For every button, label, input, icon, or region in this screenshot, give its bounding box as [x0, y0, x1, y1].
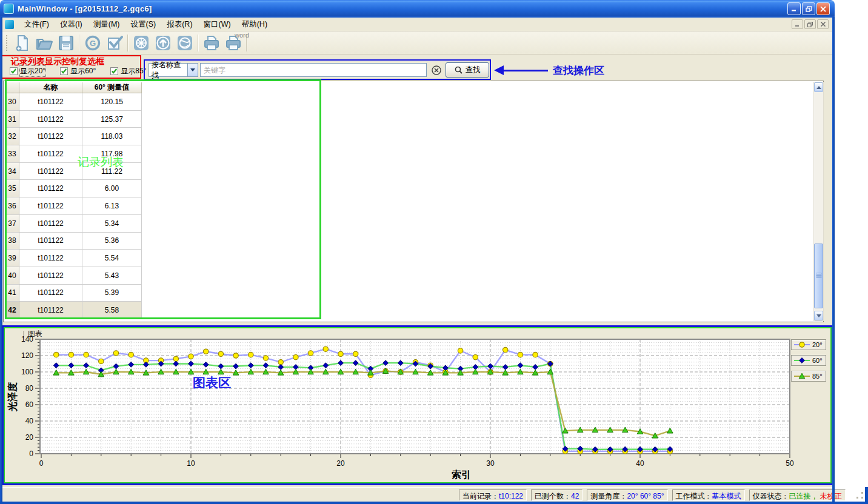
row-value: 5.39 [82, 285, 142, 302]
menu-item[interactable]: 帮助(H) [236, 18, 273, 31]
svg-text:10: 10 [187, 459, 195, 468]
row-number: 32 [5, 128, 19, 145]
row-value: 5.58 [82, 302, 142, 319]
checkbox-label: 显示20° [20, 66, 45, 76]
legend-item[interactable]: 20° [791, 339, 826, 350]
mdi-restore-button[interactable] [804, 19, 816, 29]
row-name: t101122 [19, 302, 82, 319]
svg-text:60: 60 [25, 400, 34, 409]
row-name: t101122 [19, 250, 82, 267]
menu-item[interactable]: 测量(M) [88, 18, 125, 31]
search-annotation-note: 查找操作区 [553, 64, 604, 78]
window-border-left [0, 17, 2, 502]
row-value: 120.15 [82, 93, 142, 111]
row-name: t101122 [19, 145, 82, 163]
status-fields: 当前记录：t10:122已测个数：42测量角度：20° 60° 85°工作模式：… [459, 489, 846, 501]
table-row[interactable]: 32t101122118.03 [5, 128, 142, 145]
menu-item[interactable]: 设置(S) [125, 18, 162, 31]
restore-button[interactable] [802, 2, 815, 15]
find-button[interactable]: 查找 [446, 62, 489, 78]
chart-panel: 图表 02040608010012014001020304050索引光泽度 20… [4, 327, 832, 483]
svg-text:30: 30 [486, 459, 495, 468]
table-row[interactable]: 36t1011226.13 [5, 197, 142, 215]
checkbox-icon[interactable] [60, 67, 68, 75]
table-row[interactable]: 39t1011225.54 [5, 250, 142, 267]
upload-icon[interactable] [152, 33, 174, 53]
row-number: 41 [5, 285, 19, 302]
window-border-bottom [0, 502, 868, 504]
menu-item[interactable]: 文件(F) [19, 18, 55, 31]
svg-text:80: 80 [25, 384, 34, 393]
sync-g-icon[interactable]: G [82, 33, 104, 53]
chevron-down-icon[interactable] [187, 64, 198, 76]
row-name: t101122 [19, 233, 82, 250]
svg-text:20: 20 [25, 433, 34, 442]
table-row[interactable]: 35t1011226.00 [5, 180, 142, 197]
row-name: t101122 [19, 111, 82, 128]
row-name: t101122 [19, 163, 82, 181]
scroll-down-icon[interactable] [814, 311, 823, 320]
statusbar-right-edge [865, 487, 868, 504]
display-checkbox[interactable]: 显示20° [10, 66, 45, 76]
scroll-up-icon[interactable] [814, 82, 823, 92]
row-number: 37 [5, 215, 19, 233]
app-icon [4, 4, 14, 14]
legend-item[interactable]: 60° [791, 355, 826, 366]
table-row[interactable]: 42t1011225.58 [5, 302, 142, 319]
table-row[interactable]: 38t1011225.36 [5, 233, 142, 250]
minimize-button[interactable] [787, 2, 801, 15]
toolbar-separator [79, 35, 80, 51]
menu-item[interactable]: 报表(R) [161, 18, 198, 31]
column-header-name[interactable]: 名称 [19, 82, 82, 93]
row-number: 34 [5, 163, 19, 181]
checkbox-icon[interactable] [110, 67, 118, 75]
legend-label: 85° [812, 373, 823, 380]
row-value: 5.43 [82, 267, 142, 285]
mdi-minimize-button[interactable] [792, 19, 803, 29]
row-value: 118.03 [82, 128, 142, 145]
clear-search-icon[interactable] [431, 65, 442, 76]
resize-grip[interactable] [852, 492, 865, 502]
mdi-close-button[interactable] [817, 19, 829, 29]
toolbar-separator [198, 35, 199, 51]
svg-text:40: 40 [636, 459, 644, 468]
table-row[interactable]: 37t1011225.34 [5, 215, 142, 233]
display-checkbox[interactable]: 显示85° [110, 66, 146, 76]
vertical-scrollbar[interactable] [813, 82, 824, 321]
print-icon[interactable] [201, 33, 222, 53]
table-row[interactable]: 30t101122120.15 [5, 93, 142, 111]
close-button[interactable] [816, 2, 830, 15]
svg-text:50: 50 [786, 459, 794, 468]
table-row[interactable]: 31t101122125.37 [5, 111, 142, 128]
control-row: 记录列表显示控制复选框 显示20°显示60°显示85° 按名称查找 查找 查找操… [2, 55, 832, 81]
search-input[interactable] [200, 63, 427, 77]
table-header: 名称 60° 测量值 [5, 82, 142, 93]
menu-item[interactable]: 窗口(W) [198, 18, 236, 31]
row-number: 39 [5, 250, 19, 267]
new-file-icon[interactable] [12, 33, 33, 53]
column-header-value[interactable]: 60° 测量值 [82, 82, 142, 93]
check-task-icon[interactable] [104, 33, 125, 53]
toolbar-grip[interactable] [6, 35, 8, 51]
gauge-icon[interactable] [130, 33, 152, 53]
checkbox-label: 显示85° [121, 66, 146, 76]
row-number: 30 [5, 93, 19, 111]
display-checkbox[interactable]: 显示60° [60, 66, 96, 76]
network-globe-icon[interactable] [174, 33, 196, 53]
checkbox-icon[interactable] [10, 67, 18, 75]
scrollbar-thumb[interactable] [814, 244, 823, 308]
search-mode-combobox[interactable]: 按名称查找 [149, 63, 198, 77]
chart-legend: 20°60°85° [791, 339, 826, 382]
save-icon[interactable] [55, 33, 77, 53]
menu-item[interactable]: 仪器(I) [55, 18, 88, 31]
status-field: 当前记录：t10:122 [459, 489, 527, 501]
column-header-index[interactable] [5, 82, 19, 93]
search-icon [455, 66, 462, 74]
table-row[interactable]: 40t1011225.43 [5, 267, 142, 285]
open-folder-icon[interactable] [33, 33, 55, 53]
legend-item[interactable]: 85° [791, 371, 826, 382]
legend-label: 20° [812, 341, 823, 348]
table-row[interactable]: 41t1011225.39 [5, 285, 142, 302]
svg-text:光泽度: 光泽度 [7, 382, 18, 412]
window-title: MainWindow - [g20151112_2.gqc6] [18, 4, 787, 13]
